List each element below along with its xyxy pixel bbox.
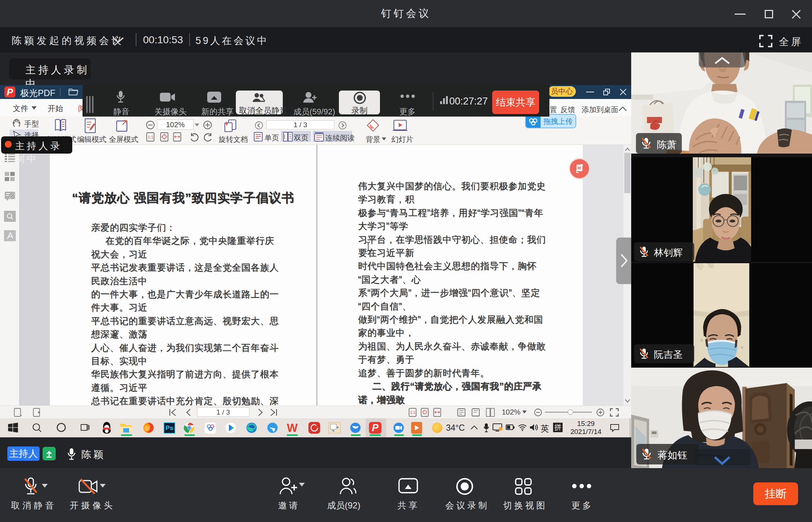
svg-text:1:1: 1:1 (410, 410, 416, 415)
svg-text:1:1: 1:1 (148, 135, 153, 139)
svg-text:W: W (577, 166, 581, 170)
